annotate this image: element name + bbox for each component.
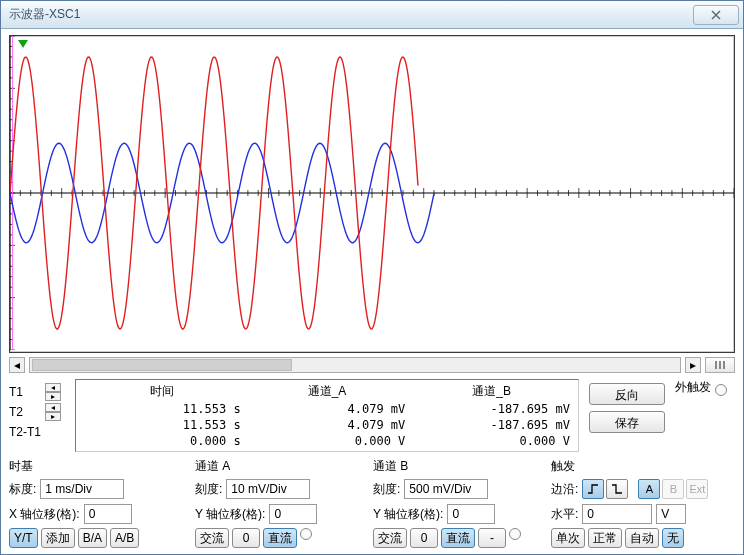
channel-a-panel: 通道 A 刻度: Y 轴位移(格): 交流 0 直流 (195, 458, 367, 548)
channel-b-ac-button[interactable]: 交流 (373, 528, 407, 548)
channel-b-dc-button[interactable]: 直流 (441, 528, 475, 548)
channel-b-zero-button[interactable]: 0 (410, 528, 438, 548)
channel-b-scale-label: 刻度: (373, 481, 400, 498)
channel-a-scale-input[interactable] (226, 479, 310, 499)
resize-grip[interactable] (705, 357, 735, 373)
timebase-ab-button[interactable]: A/B (110, 528, 139, 548)
trigger-level-label: 水平: (551, 506, 578, 523)
trigger-panel: 触发 边沿: A B Ext 水平: (551, 458, 735, 548)
channel-a-zero-button[interactable]: 0 (232, 528, 260, 548)
timebase-yt-button[interactable]: Y/T (9, 528, 38, 548)
channel-b-yoffset-label: Y 轴位移(格): (373, 506, 443, 523)
channel-a-yoffset-input[interactable] (269, 504, 317, 524)
readout-row-diff: 0.000 s 0.000 V 0.000 V (80, 433, 574, 449)
t2-left-button[interactable]: ◂ (45, 403, 61, 412)
scroll-right-button[interactable]: ▸ (685, 357, 701, 373)
close-icon (710, 9, 722, 21)
trigger-none-button[interactable]: 无 (662, 528, 684, 548)
readout-chB-header: 通道_B (409, 382, 574, 401)
t1-left-button[interactable]: ◂ (45, 383, 61, 392)
timebase-panel: 时基 标度: X 轴位移(格): Y/T 添加 B/A A/B (9, 458, 189, 548)
ext-trigger-label: 外触发 (675, 379, 711, 396)
channel-a-ac-button[interactable]: 交流 (195, 528, 229, 548)
horizontal-scroll-row: ◂ ▸ (1, 355, 743, 375)
window-title: 示波器-XSC1 (9, 6, 80, 23)
ext-trigger-group: 外触发 (675, 379, 735, 398)
trigger-falling-edge-button[interactable] (606, 479, 628, 499)
cursor-label-column: T1 ◂ ▸ T2 ◂ ▸ T2-T1 (9, 379, 67, 441)
trigger-source-ext-button[interactable]: Ext (686, 479, 708, 499)
trigger-level-input[interactable] (582, 504, 652, 524)
trigger-normal-button[interactable]: 正常 (588, 528, 622, 548)
timebase-ba-button[interactable]: B/A (78, 528, 107, 548)
channel-a-terminal[interactable] (300, 528, 312, 540)
readout-row-t1: 11.553 s 4.079 mV -187.695 mV (80, 401, 574, 417)
cursor-readout-table: 时间 通道_A 通道_B 11.553 s 4.079 mV -187.695 … (75, 379, 579, 452)
trigger-single-button[interactable]: 单次 (551, 528, 585, 548)
horizontal-scrollbar[interactable] (29, 357, 681, 373)
channel-b-panel: 通道 B 刻度: Y 轴位移(格): 交流 0 直流 - (373, 458, 545, 548)
ext-trigger-terminal[interactable] (715, 384, 727, 396)
timebase-xoffset-label: X 轴位移(格): (9, 506, 80, 523)
cursor-t1-label: T1 (9, 385, 43, 399)
rising-edge-icon (587, 483, 599, 495)
save-button[interactable]: 保存 (589, 411, 665, 433)
channel-a-title: 通道 A (195, 458, 367, 475)
channel-a-dc-button[interactable]: 直流 (263, 528, 297, 548)
trigger-source-a-button[interactable]: A (638, 479, 660, 499)
channel-b-scale-input[interactable] (404, 479, 488, 499)
cursor-t2-label: T2 (9, 405, 43, 419)
channel-b-title: 通道 B (373, 458, 545, 475)
titlebar: 示波器-XSC1 (1, 1, 743, 29)
channel-a-scale-label: 刻度: (195, 481, 222, 498)
cursor-readout-row: T1 ◂ ▸ T2 ◂ ▸ T2-T1 时间 通道_ (1, 375, 743, 456)
readout-row-t2: 11.553 s 4.079 mV -187.695 mV (80, 417, 574, 433)
timebase-title: 时基 (9, 458, 189, 475)
trigger-rising-edge-button[interactable] (582, 479, 604, 499)
trigger-source-b-button[interactable]: B (662, 479, 684, 499)
trigger-level-unit[interactable] (656, 504, 686, 524)
side-buttons: 反向 保存 (587, 379, 667, 437)
scrollbar-thumb[interactable] (32, 359, 292, 371)
t2-right-button[interactable]: ▸ (45, 412, 61, 421)
channel-b-minus-button[interactable]: - (478, 528, 506, 548)
trigger-title: 触发 (551, 458, 735, 475)
channel-a-yoffset-label: Y 轴位移(格): (195, 506, 265, 523)
waveform-display[interactable] (1, 29, 743, 355)
channel-b-terminal[interactable] (509, 528, 521, 540)
timebase-xoffset-input[interactable] (84, 504, 132, 524)
cursor-diff-label: T2-T1 (9, 425, 43, 439)
t1-right-button[interactable]: ▸ (45, 392, 61, 401)
trigger-auto-button[interactable]: 自动 (625, 528, 659, 548)
channel-b-yoffset-input[interactable] (447, 504, 495, 524)
control-panels: 时基 标度: X 轴位移(格): Y/T 添加 B/A A/B 通道 A 刻度: (1, 456, 743, 554)
scope-grid (9, 35, 735, 353)
close-button[interactable] (693, 5, 739, 25)
trigger-edge-label: 边沿: (551, 481, 578, 498)
falling-edge-icon (611, 483, 623, 495)
readout-chA-header: 通道_A (245, 382, 410, 401)
reverse-button[interactable]: 反向 (589, 383, 665, 405)
scroll-left-button[interactable]: ◂ (9, 357, 25, 373)
timebase-add-button[interactable]: 添加 (41, 528, 75, 548)
oscilloscope-window: 示波器-XSC1 ◂ ▸ T1 ◂ ▸ T2 ◂ (0, 0, 744, 555)
timebase-scale-label: 标度: (9, 481, 36, 498)
readout-time-header: 时间 (80, 382, 245, 401)
timebase-scale-input[interactable] (40, 479, 124, 499)
